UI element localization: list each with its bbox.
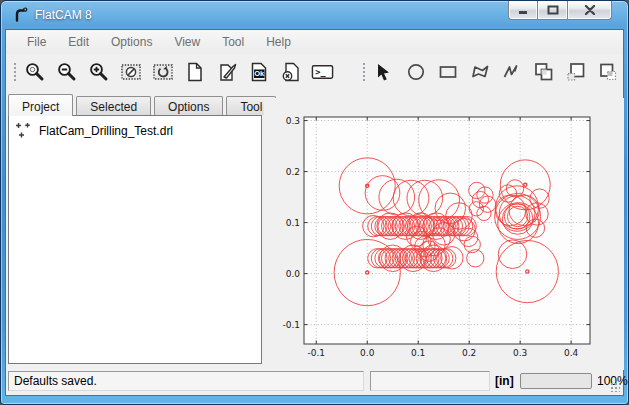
svg-text:0.3: 0.3 (513, 348, 527, 358)
union-icon[interactable] (531, 60, 556, 85)
menu-view[interactable]: View (163, 31, 211, 53)
tab-bar: Project Selected Options Tool (8, 93, 279, 115)
tab-options[interactable]: Options (154, 96, 223, 115)
svg-text:0.0: 0.0 (360, 348, 375, 358)
title-bar[interactable]: FlatCAM 8 (1, 1, 628, 29)
resize-grip-icon[interactable] (610, 382, 620, 392)
tab-project[interactable]: Project (8, 94, 73, 116)
menu-options[interactable]: Options (100, 31, 163, 53)
ok-icon[interactable]: Ok (246, 60, 271, 85)
toolbar: Ok >_ (6, 54, 623, 90)
delete-object-icon[interactable] (278, 60, 303, 85)
minimize-button[interactable] (508, 1, 538, 20)
window-controls (508, 1, 612, 20)
svg-text:0.4: 0.4 (564, 348, 579, 358)
draw-rectangle-icon[interactable] (435, 60, 460, 85)
svg-text:-0.1: -0.1 (307, 348, 325, 358)
svg-text:0.0: 0.0 (286, 269, 301, 279)
toolbar-drag-handle[interactable] (12, 61, 17, 83)
close-button[interactable] (568, 1, 612, 20)
tree-item-label: FlatCam_Drilling_Test.drl (39, 124, 173, 138)
svg-text:0.2: 0.2 (462, 348, 476, 358)
toolbar-group-plot: Ok >_ (22, 60, 335, 85)
menu-file[interactable]: File (16, 31, 57, 53)
status-message-box: Defaults saved. (8, 371, 364, 391)
status-message: Defaults saved. (14, 374, 97, 388)
zoom-in-icon[interactable] (86, 60, 111, 85)
zoom-fit-icon[interactable] (22, 60, 47, 85)
shell-icon-text: >_ (315, 67, 326, 77)
menu-bar: File Edit Options View Tool Help (6, 30, 623, 54)
svg-text:-0.1: -0.1 (282, 320, 300, 330)
replot-icon[interactable] (150, 60, 175, 85)
svg-text:0.1: 0.1 (411, 348, 425, 358)
draw-circle-icon[interactable] (403, 60, 428, 85)
svg-text:0.3: 0.3 (286, 116, 300, 126)
maximize-button[interactable] (538, 1, 568, 20)
drill-marks-icon (15, 122, 32, 139)
plot-svg: -0.10.00.10.20.30.4-0.10.00.10.20.3 (264, 98, 624, 370)
project-tree-panel[interactable]: FlatCam_Drilling_Test.drl (8, 115, 262, 364)
tree-item-drill-file[interactable]: FlatCam_Drilling_Test.drl (9, 116, 261, 141)
ok-icon-text: Ok (254, 69, 265, 78)
subtract-icon[interactable] (563, 60, 588, 85)
status-bar: Defaults saved. [in] 100% (6, 368, 623, 395)
open-edit-icon[interactable] (214, 60, 239, 85)
tab-selected[interactable]: Selected (76, 96, 151, 115)
svg-text:0.1: 0.1 (286, 218, 300, 228)
toolbar-drag-handle-2[interactable] (361, 61, 366, 83)
menu-edit[interactable]: Edit (57, 31, 100, 53)
toolbar-group-geometry (371, 60, 620, 85)
progress-bar (520, 373, 592, 389)
window-title: FlatCAM 8 (35, 8, 92, 22)
client-area: File Edit Options View Tool Help (5, 29, 624, 396)
draw-polygon-icon[interactable] (467, 60, 492, 85)
menu-help[interactable]: Help (255, 31, 302, 53)
select-arrow-icon[interactable] (371, 60, 396, 85)
app-window: FlatCAM 8 File Edit Options View Tool He… (0, 0, 629, 405)
menu-tool[interactable]: Tool (211, 31, 255, 53)
plot-panel[interactable]: -0.10.00.10.20.30.4-0.10.00.10.20.3 (264, 98, 624, 370)
shell-icon[interactable]: >_ (310, 60, 335, 85)
flatcam-logo-icon (12, 6, 29, 23)
new-project-icon[interactable] (182, 60, 207, 85)
intersect-icon[interactable] (595, 60, 620, 85)
draw-polyline-icon[interactable] (499, 60, 524, 85)
units-indicator: [in] (495, 374, 514, 388)
status-aux-box (370, 371, 490, 391)
zoom-out-icon[interactable] (54, 60, 79, 85)
clear-plot-icon[interactable] (118, 60, 143, 85)
svg-text:0.2: 0.2 (286, 167, 300, 177)
